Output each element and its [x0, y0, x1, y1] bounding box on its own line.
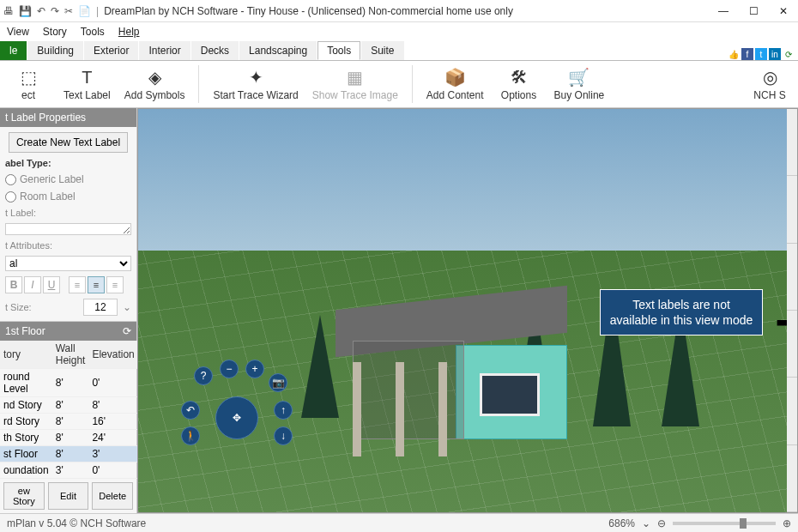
- label-type-header: abel Type:: [5, 158, 131, 168]
- zoom-level: 686%: [608, 517, 635, 529]
- table-row[interactable]: oundation3'0': [0, 462, 138, 479]
- print-icon[interactable]: 🖶: [3, 5, 14, 17]
- align-left-button[interactable]: ≡: [69, 276, 86, 293]
- create-text-label-button[interactable]: Create New Text Label: [9, 132, 128, 153]
- new-story-button[interactable]: ew Story: [3, 482, 45, 510]
- size-dropdown-icon[interactable]: ⌄: [123, 301, 131, 313]
- floor-panel-header: 1st Floor⟳: [0, 322, 136, 341]
- table-row[interactable]: nd Story8'8': [0, 397, 138, 414]
- 3d-viewport[interactable]: Text labels are not available in this vi…: [137, 108, 798, 513]
- cut-icon[interactable]: ✂: [64, 5, 73, 17]
- tab-interior[interactable]: Interior: [139, 41, 190, 60]
- divider: [412, 65, 413, 103]
- nch-suite-button[interactable]: ◎NCH S: [748, 67, 791, 101]
- ribbon-toolbar: ⬚ect TText Label ◈Add Symbols ✦Start Tra…: [0, 60, 798, 108]
- maximize-button[interactable]: ☐: [749, 5, 759, 17]
- separator: |: [96, 5, 99, 17]
- tree: [301, 315, 339, 418]
- camera-icon[interactable]: 📷: [269, 373, 287, 392]
- nav-center[interactable]: ✥: [215, 396, 258, 439]
- window-title: DreamPlan by NCH Software - Tiny House -…: [104, 5, 513, 17]
- table-row[interactable]: round Level8'0': [0, 369, 138, 397]
- menu-help[interactable]: Help: [118, 26, 140, 38]
- save-icon[interactable]: 💾: [19, 5, 32, 17]
- radio-room-label[interactable]: Room Label: [5, 190, 131, 203]
- options-button[interactable]: 🛠Options: [498, 67, 541, 101]
- delete-story-button[interactable]: Delete: [92, 482, 133, 510]
- help-icon[interactable]: ?: [194, 366, 213, 385]
- text-label-header: t Label:: [5, 208, 131, 218]
- zoom-in-icon[interactable]: +: [245, 360, 264, 378]
- add-content-button[interactable]: 📦Add Content: [426, 67, 484, 101]
- radio-generic-label[interactable]: Generic Label: [5, 173, 131, 185]
- status-text: mPlan v 5.04 © NCH Software: [7, 517, 146, 529]
- right-toolbar[interactable]: [787, 109, 797, 512]
- menu-view[interactable]: View: [7, 26, 29, 38]
- select-button[interactable]: ⬚ect: [7, 67, 50, 101]
- text-size-label: t Size:: [5, 302, 32, 312]
- add-symbols-button[interactable]: ◈Add Symbols: [124, 67, 185, 101]
- italic-button[interactable]: I: [24, 276, 41, 293]
- tab-decks[interactable]: Decks: [191, 41, 239, 60]
- text-attributes-header: t Attributes:: [5, 240, 131, 251]
- align-right-button[interactable]: ≡: [106, 276, 124, 293]
- tab-landscaping[interactable]: Landscaping: [239, 41, 317, 60]
- nav-down-icon[interactable]: ↓: [274, 426, 293, 445]
- status-bar: mPlan v 5.04 © NCH Software 686% ⌄ ⊖ ⊕: [0, 513, 798, 532]
- text-size-input[interactable]: [83, 299, 118, 316]
- refresh-icon[interactable]: ⟳: [123, 325, 131, 337]
- navigation-pad[interactable]: ✥ ? − + 📷 ↑ ↓ ↶ 🚶: [172, 366, 293, 461]
- tab-file[interactable]: le: [0, 41, 27, 60]
- tab-suite[interactable]: Suite: [361, 41, 403, 60]
- menu-bar: View Story Tools Help: [0, 22, 798, 41]
- rotate-left-icon[interactable]: ↶: [181, 401, 200, 420]
- zoom-out-button[interactable]: ⊖: [657, 517, 666, 529]
- copy-icon[interactable]: 📄: [78, 5, 91, 17]
- nav-up-icon[interactable]: ↑: [274, 401, 293, 420]
- undo-icon[interactable]: ↶: [37, 5, 45, 17]
- tab-building[interactable]: Building: [27, 41, 83, 60]
- show-trace-button: ▦Show Trace Image: [312, 67, 398, 101]
- ribbon-tabs: le Building Exterior Interior Decks Land…: [0, 41, 798, 60]
- table-row[interactable]: th Story8'24': [0, 430, 138, 446]
- house-model: [336, 298, 559, 461]
- quick-access-toolbar: 🖶 💾 ↶ ↷ ✂ 📄: [3, 5, 91, 17]
- font-select[interactable]: al: [5, 256, 131, 271]
- align-center-button[interactable]: ≡: [88, 276, 105, 293]
- menu-tools[interactable]: Tools: [81, 26, 105, 38]
- redo-icon[interactable]: ↷: [51, 5, 59, 17]
- view-mode-notice: Text labels are not available in this vi…: [600, 289, 763, 336]
- start-trace-button[interactable]: ✦Start Trace Wizard: [213, 67, 298, 101]
- text-label-input[interactable]: [5, 223, 131, 235]
- menu-story[interactable]: Story: [43, 26, 67, 38]
- zoom-dropdown-icon[interactable]: ⌄: [642, 517, 650, 529]
- divider: [198, 65, 199, 103]
- table-row[interactable]: st Floor8'3': [0, 446, 138, 462]
- edit-story-button[interactable]: Edit: [48, 482, 89, 510]
- bold-button[interactable]: B: [5, 276, 22, 293]
- properties-sidebar: t Label Properties Create New Text Label…: [0, 108, 137, 513]
- zoom-out-icon[interactable]: −: [220, 360, 239, 378]
- minimize-button[interactable]: —: [718, 5, 728, 17]
- panel-header: t Label Properties: [0, 108, 136, 127]
- walk-icon[interactable]: 🚶: [181, 426, 200, 445]
- table-row[interactable]: rd Story8'16': [0, 414, 138, 430]
- tab-exterior[interactable]: Exterior: [84, 41, 138, 60]
- zoom-in-button[interactable]: ⊕: [783, 517, 791, 529]
- zoom-slider[interactable]: [673, 522, 776, 525]
- floors-table: toryWall HeightElevation round Level8'0'…: [0, 341, 138, 479]
- underline-button[interactable]: U: [43, 276, 60, 293]
- text-label-button[interactable]: TText Label: [63, 67, 111, 101]
- buy-online-button[interactable]: 🛒Buy Online: [554, 67, 605, 101]
- close-button[interactable]: ✕: [779, 5, 788, 17]
- tab-tools[interactable]: Tools: [317, 41, 360, 60]
- title-bar: 🖶 💾 ↶ ↷ ✂ 📄 | DreamPlan by NCH Software …: [0, 0, 798, 22]
